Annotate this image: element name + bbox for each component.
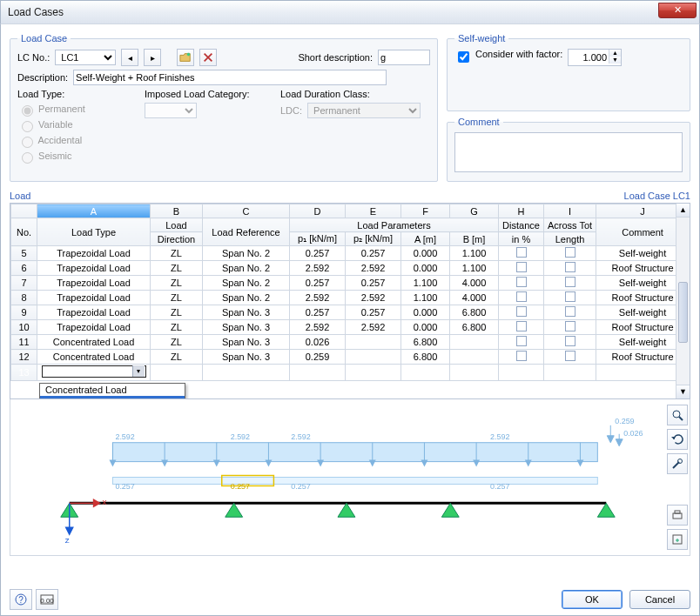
svg-marker-34 (607, 436, 614, 443)
svg-line-50 (679, 417, 683, 420)
scroll-down-button[interactable]: ▼ (676, 385, 690, 398)
svg-marker-19 (525, 460, 532, 467)
dropdown-item[interactable]: Concentrated Load (40, 384, 185, 396)
svg-marker-13 (213, 460, 220, 467)
svg-point-52 (678, 459, 683, 464)
scroll-thumb[interactable] (678, 282, 688, 343)
svg-marker-11 (109, 460, 116, 467)
units-icon: 0.00 (40, 593, 54, 606)
col-i[interactable]: I (544, 204, 596, 218)
load-grid[interactable]: A B C D E F G H I J No. Load Type (10, 203, 690, 399)
table-row[interactable]: 6Trapezoidal LoadZLSpan No. 22.5922.5920… (11, 261, 690, 276)
next-lc-button[interactable]: ▸ (144, 49, 161, 66)
load-case-legend: Load Case (17, 33, 71, 44)
table-row[interactable]: 8Trapezoidal LoadZLSpan No. 22.5922.5921… (11, 291, 690, 305)
export-icon (671, 533, 683, 546)
load-type-dropdown[interactable]: Concentrated LoadLine LoadTrapezoidal Lo… (39, 383, 185, 399)
delete-icon (202, 51, 214, 64)
svg-text:2.592: 2.592 (490, 432, 509, 441)
help-icon: ? (15, 593, 27, 606)
print-icon (671, 509, 683, 521)
col-h[interactable]: H (499, 204, 544, 218)
svg-marker-12 (161, 460, 168, 467)
load-type-cell-dropdown[interactable] (42, 365, 146, 378)
units-button[interactable]: 0.00 (36, 589, 58, 610)
col-f[interactable]: F (401, 204, 450, 218)
imposed-header: Imposed Load Category: (145, 89, 275, 99)
load-section-right: Load Case LC1 (624, 191, 690, 201)
scroll-up-button[interactable]: ▲ (676, 204, 690, 218)
cancel-button[interactable]: Cancel (629, 590, 690, 609)
svg-rect-21 (112, 478, 597, 485)
svg-text:0.026: 0.026 (623, 429, 643, 438)
load-preview: 2.592 2.592 2.592 2.592 0.257 0.257 0.25… (10, 399, 690, 556)
window-close-button[interactable]: ✕ (658, 3, 697, 18)
table-row[interactable]: 12Concentrated LoadZLSpan No. 30.2596.80… (11, 350, 690, 365)
svg-marker-16 (369, 460, 376, 467)
new-lc-button[interactable] (177, 49, 194, 66)
col-c[interactable]: C (203, 204, 290, 218)
svg-marker-20 (576, 460, 583, 467)
table-row[interactable]: 5Trapezoidal LoadZLSpan No. 20.2570.2570… (11, 246, 690, 261)
svg-marker-15 (317, 460, 324, 467)
selfweight-factor-spinner[interactable]: ▲▼ (568, 49, 622, 66)
svg-marker-28 (597, 503, 615, 517)
svg-text:2.592: 2.592 (115, 432, 134, 441)
preview-export-button[interactable] (667, 529, 688, 550)
new-row[interactable]: 13 (11, 365, 690, 381)
comment-textarea[interactable] (454, 132, 683, 172)
col-g[interactable]: G (450, 204, 499, 218)
svg-marker-18 (473, 460, 480, 467)
svg-rect-54 (675, 511, 680, 513)
col-e[interactable]: E (346, 204, 401, 218)
table-row[interactable]: 7Trapezoidal LoadZLSpan No. 20.2570.2571… (11, 276, 690, 291)
svg-rect-53 (673, 513, 682, 519)
short-desc-input[interactable] (378, 50, 430, 65)
selfweight-factor-input[interactable] (569, 50, 609, 65)
svg-marker-27 (441, 503, 459, 517)
delete-lc-button[interactable] (199, 49, 217, 66)
svg-marker-26 (338, 503, 355, 517)
preview-canvas: 2.592 2.592 2.592 2.592 0.257 0.257 0.25… (10, 399, 665, 555)
short-desc-label: Short description: (298, 52, 373, 63)
col-b[interactable]: B (151, 204, 203, 218)
svg-text:0.257: 0.257 (115, 482, 134, 491)
prev-lc-button[interactable]: ◂ (121, 49, 138, 66)
table-row[interactable]: 10Trapezoidal LoadZLSpan No. 32.5922.592… (11, 320, 690, 335)
col-d[interactable]: D (290, 204, 346, 218)
col-a[interactable]: A (37, 204, 151, 218)
svg-marker-14 (265, 460, 272, 467)
svg-text:0.257: 0.257 (231, 482, 250, 491)
load-case-group: Load Case LC No.: LC1 ◂ ▸ Short descript… (10, 33, 438, 182)
preview-zoom-button[interactable] (667, 405, 688, 425)
spin-down-icon[interactable]: ▼ (609, 57, 621, 64)
description-label: Description: (17, 72, 68, 83)
svg-text:?: ? (18, 595, 24, 605)
spin-up-icon[interactable]: ▲ (609, 50, 621, 57)
consider-checkbox[interactable]: Consider with factor: (454, 49, 568, 65)
comment-legend: Comment (454, 117, 503, 127)
description-input[interactable] (73, 70, 387, 85)
radio-seismic[interactable]: Seismic (17, 150, 139, 164)
table-row[interactable]: 11Concentrated LoadZLSpan No. 30.0266.80… (11, 335, 690, 350)
imposed-select (145, 103, 197, 118)
lc-no-label: LC No.: (17, 52, 50, 63)
help-button[interactable]: ? (10, 589, 32, 610)
svg-text:0.259: 0.259 (615, 417, 634, 425)
lc-no-select[interactable]: LC1 (55, 50, 116, 65)
radio-permanent[interactable]: Permanent (17, 103, 139, 117)
radio-variable[interactable]: Variable (17, 118, 139, 132)
load-section-label: Load (10, 191, 30, 201)
preview-print-button[interactable] (667, 505, 688, 526)
svg-point-49 (673, 411, 680, 418)
duration-header: Load Duration Class: (280, 89, 421, 99)
grid-scrollbar[interactable]: ▲ ▼ (676, 204, 690, 398)
svg-text:z: z (65, 535, 70, 545)
zoom-icon (671, 409, 683, 421)
preview-refresh-button[interactable] (667, 429, 688, 450)
radio-accidental[interactable]: Accidental (17, 134, 139, 148)
preview-settings-button[interactable] (667, 453, 688, 474)
ok-button[interactable]: OK (562, 590, 623, 609)
table-row[interactable]: 9Trapezoidal LoadZLSpan No. 30.2570.2570… (11, 305, 690, 320)
ldc-select: Permanent (307, 103, 421, 118)
